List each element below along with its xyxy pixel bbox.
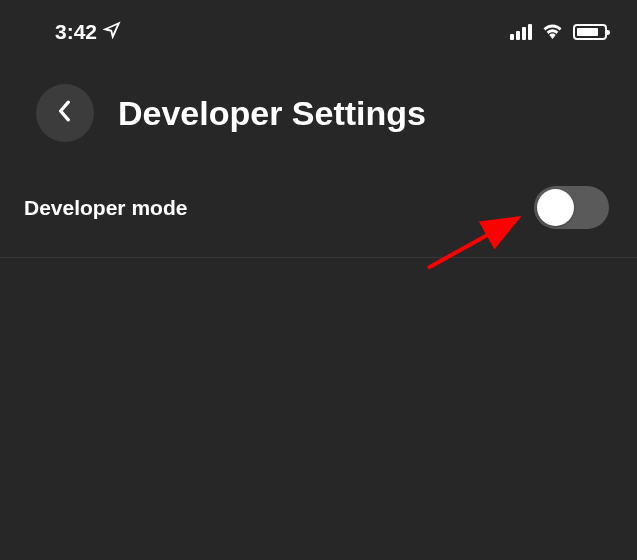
setting-label: Developer mode xyxy=(24,196,187,220)
battery-icon xyxy=(573,24,607,40)
chevron-left-icon xyxy=(58,100,72,126)
cellular-signal-icon xyxy=(510,24,532,40)
status-bar: 3:42 xyxy=(0,0,637,56)
back-button[interactable] xyxy=(36,84,94,142)
status-icons xyxy=(510,21,607,43)
toggle-knob xyxy=(537,189,574,226)
developer-mode-toggle[interactable] xyxy=(534,186,609,229)
location-arrow-icon xyxy=(103,20,121,44)
page-title: Developer Settings xyxy=(118,94,426,133)
status-time: 3:42 xyxy=(55,20,121,44)
clock-time: 3:42 xyxy=(55,20,97,44)
setting-row-developer-mode: Developer mode xyxy=(0,160,637,258)
wifi-icon xyxy=(541,21,564,43)
header: Developer Settings xyxy=(0,56,637,160)
